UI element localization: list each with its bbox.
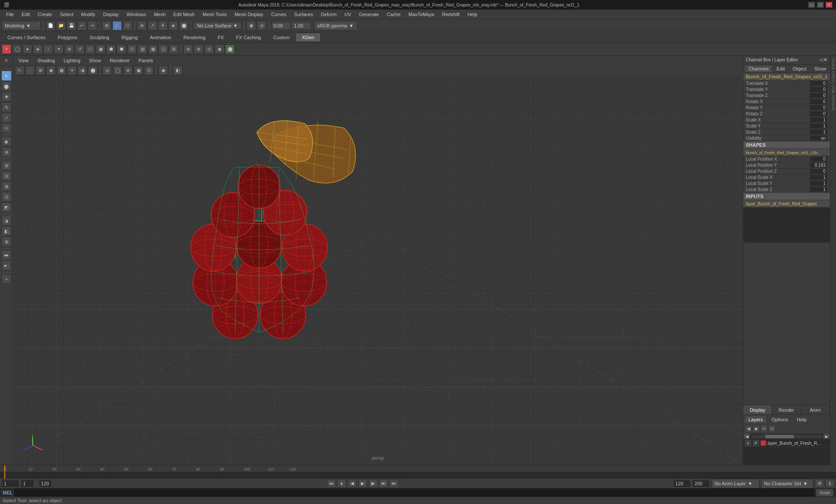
shelf-btn-5[interactable]: ↕ xyxy=(44,44,53,54)
tab-sculpting[interactable]: Sculpting xyxy=(84,34,115,41)
vp-cam-btn[interactable]: 🎥 xyxy=(25,66,35,75)
tab-curves-surfaces[interactable]: Curves / Surfaces xyxy=(2,34,51,41)
universal-tool-button[interactable]: ☩ xyxy=(2,123,11,133)
shelf-btn-21[interactable]: ◉ xyxy=(215,44,224,54)
menu-deform[interactable]: Deform xyxy=(317,11,340,18)
layer-forward-btn[interactable]: ▶ xyxy=(753,425,760,432)
menu-windows[interactable]: Windows xyxy=(123,11,150,18)
vp-grid-btn[interactable]: ▣ xyxy=(134,66,143,75)
shelf-btn-4[interactable]: ◈ xyxy=(33,44,43,54)
menu-help[interactable]: Help xyxy=(464,11,481,18)
select-tool-button[interactable]: ▷ xyxy=(112,21,122,30)
shelf-btn-13[interactable]: ⊡ xyxy=(127,44,137,54)
layer-row[interactable]: V P layer_Bunch_of_Fresh_R... xyxy=(743,439,830,447)
layer-undo-btn[interactable]: ↩ xyxy=(761,425,768,432)
vp-history-btn[interactable]: ◧ xyxy=(173,66,182,75)
soft-select-button[interactable]: ◉ xyxy=(2,137,11,146)
range-end-input[interactable]: 120 xyxy=(673,480,691,487)
vp-wire-btn[interactable]: ⊞ xyxy=(36,66,45,75)
cb-row-sy[interactable]: Scale Y 1 xyxy=(743,123,830,129)
frame-range-end-input[interactable]: 120 xyxy=(39,480,52,487)
shelf-btn-10[interactable]: ▣ xyxy=(96,44,105,54)
layer-back-btn[interactable]: ◀ xyxy=(745,425,752,432)
snap-curve-button[interactable]: ↗ xyxy=(148,21,157,30)
layer-left-button[interactable]: ■■ xyxy=(2,250,11,260)
lasso-select-button[interactable]: ⬡ xyxy=(123,21,132,30)
paint-tool-button[interactable]: ⬤ xyxy=(2,81,11,91)
shelf-btn-3[interactable]: ● xyxy=(23,44,32,54)
tab-animation[interactable]: Animation xyxy=(144,34,177,41)
move-tool-button[interactable]: ✚ xyxy=(2,92,11,101)
menu-file[interactable]: File xyxy=(3,11,17,18)
cb-row-ry[interactable]: Rotate Y 0 xyxy=(743,105,830,111)
layer-p-checkbox[interactable]: P xyxy=(753,440,759,446)
menu-generate[interactable]: Generate xyxy=(355,11,382,18)
shelf-btn-14[interactable]: ▤ xyxy=(138,44,147,54)
vp-textures-btn[interactable]: ▦ xyxy=(57,66,66,75)
shelf-btn-16[interactable]: ◫ xyxy=(158,44,168,54)
shelf-btn-20[interactable]: ◎ xyxy=(204,44,214,54)
menu-mesh[interactable]: Mesh xyxy=(150,11,169,18)
cb-row-lsx[interactable]: Local Scale X 1 xyxy=(743,175,830,181)
new-file-button[interactable]: 📄 xyxy=(46,21,55,30)
bevel-button[interactable]: ◩ xyxy=(2,202,11,212)
timeline-settings-btn[interactable]: ⚙ xyxy=(815,480,824,487)
total-end-input[interactable]: 200 xyxy=(692,480,710,487)
current-frame-input[interactable]: 1 xyxy=(2,480,19,487)
shelf-btn-19[interactable]: ⊕ xyxy=(194,44,203,54)
menu-cache[interactable]: Cache xyxy=(383,11,404,18)
pb-skip-end-btn[interactable]: ⏭ xyxy=(390,480,398,487)
menu-maxtomaya[interactable]: MaxToMaya xyxy=(405,11,438,18)
ipr-button[interactable]: ◎ xyxy=(257,21,266,30)
shelf-btn-7[interactable]: ⊕ xyxy=(64,44,74,54)
vp-iso-btn[interactable]: ⊕ xyxy=(123,66,133,75)
cb-expand-icon[interactable]: ◁ xyxy=(819,57,823,63)
close-button[interactable]: ✕ xyxy=(826,2,833,8)
module-dropdown[interactable]: Modeling ▼ xyxy=(2,21,41,30)
vp-hud-btn[interactable]: ⊡ xyxy=(144,66,154,75)
viewport[interactable]: persp X Y Z xyxy=(13,76,743,465)
view-menu[interactable]: View xyxy=(15,57,32,64)
snap-surface-button[interactable]: ◈ xyxy=(169,21,178,30)
scale-tool-button[interactable]: ⤢ xyxy=(2,113,11,122)
cb-help-tab[interactable]: Help xyxy=(793,416,810,423)
tab-rigging[interactable]: Rigging xyxy=(116,34,143,41)
shelf-btn-15[interactable]: ▦ xyxy=(148,44,158,54)
menu-mesh-display[interactable]: Mesh Display xyxy=(231,11,267,18)
menu-uv[interactable]: UV xyxy=(341,11,354,18)
select-tool-left-button[interactable]: ↖ xyxy=(2,71,11,81)
undo-button[interactable]: ↩ xyxy=(77,21,87,30)
cb-close-icon[interactable]: ✕ xyxy=(823,57,827,63)
render-button[interactable]: ◉ xyxy=(246,21,256,30)
shading-menu[interactable]: Shading xyxy=(34,57,58,64)
tab-fx-caching[interactable]: FX Caching xyxy=(230,34,266,41)
timeline-info-btn[interactable]: ℹ xyxy=(826,480,834,487)
snap-live-button[interactable]: ⬤ xyxy=(179,21,189,30)
cb-layers-tab[interactable]: Layers xyxy=(745,416,766,423)
pb-fwd-btn[interactable]: ▶ xyxy=(369,480,378,487)
cb-row-vis[interactable]: Visibility on xyxy=(743,135,830,141)
tab-fx[interactable]: FX xyxy=(212,34,229,41)
cb-row-lpx[interactable]: Local Position X 0 xyxy=(743,156,830,162)
shelf-btn-6[interactable]: ✦ xyxy=(54,44,64,54)
vp-ao-btn[interactable]: ⬤ xyxy=(88,66,98,75)
cb-options-tab[interactable]: Options xyxy=(768,416,792,423)
vp-smooth-btn[interactable]: ◉ xyxy=(46,66,56,75)
menu-display[interactable]: Display xyxy=(100,11,122,18)
pb-step-back-btn[interactable]: ⏴ xyxy=(337,480,346,487)
cb-row-ty[interactable]: Translate Y 0 xyxy=(743,87,830,93)
pb-play-btn[interactable]: ▶ xyxy=(358,480,367,487)
vp-select-btn[interactable]: ↖ xyxy=(15,66,24,75)
vp-render-btn[interactable]: ◉ xyxy=(158,66,168,75)
show-manip-button[interactable]: ⊕ xyxy=(2,147,11,157)
view-tab-btn[interactable]: V xyxy=(2,57,11,67)
layer-v-checkbox[interactable]: V xyxy=(745,440,751,446)
layer2-left-button[interactable]: ■□ xyxy=(2,261,11,270)
tab-polygons[interactable]: Polygons xyxy=(52,34,83,41)
cb-tab-show[interactable]: Show xyxy=(811,65,830,72)
vp-xray-btn[interactable]: ◎ xyxy=(102,66,112,75)
rotate-tool-button[interactable]: ↻ xyxy=(2,102,11,112)
menu-edit[interactable]: Edit xyxy=(18,11,34,18)
value-field-1[interactable]: 0.00 xyxy=(271,22,291,30)
tab-rendering[interactable]: Rendering xyxy=(178,34,211,41)
